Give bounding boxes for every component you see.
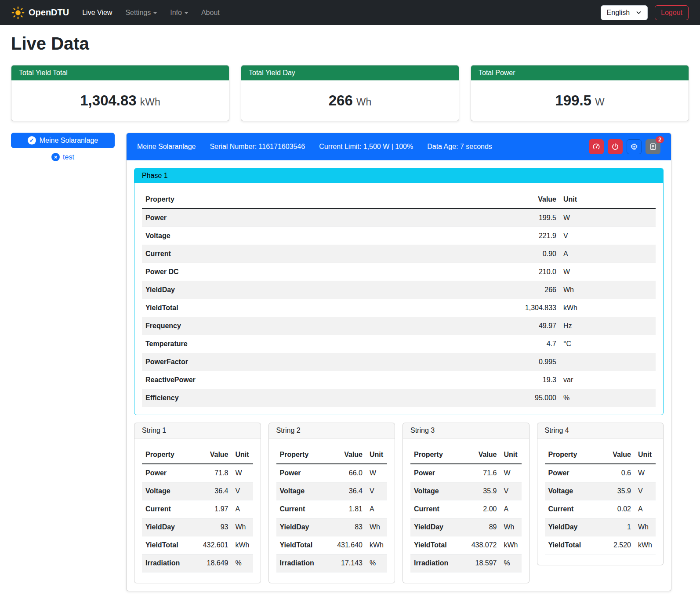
table-row: Voltage221.9V <box>142 227 656 245</box>
cpu-icon <box>630 143 638 151</box>
card-title: Total Yield Day <box>241 65 459 80</box>
table-row: Temperature4.7°C <box>142 335 656 353</box>
nav-live-view[interactable]: Live View <box>82 9 112 17</box>
value-cell: 1 <box>601 518 635 536</box>
unit-cell: kWh <box>501 536 522 554</box>
card-value: 1,304.83 <box>80 92 136 109</box>
unit-cell: V <box>501 482 522 500</box>
table-row: ReactivePower19.3var <box>142 371 656 389</box>
unit-cell: W <box>366 464 387 482</box>
journal-icon <box>649 143 657 151</box>
brand[interactable]: OpenDTU <box>11 6 69 19</box>
table-header-row: Property Value Unit <box>545 446 656 464</box>
property-cell: Power <box>142 464 199 482</box>
column-header-unit: Unit <box>635 446 656 464</box>
property-cell: Irradiation <box>142 554 199 572</box>
table-row: Voltage35.9V <box>545 482 656 500</box>
string-title: String 1 <box>134 423 261 438</box>
unit-cell: Wh <box>501 518 522 536</box>
unit-cell: Wh <box>560 281 656 299</box>
unit-cell: A <box>501 500 522 518</box>
unit-cell: % <box>501 554 522 572</box>
power-toggle-button[interactable] <box>608 139 623 154</box>
property-cell: Current <box>142 500 199 518</box>
panel-actions: 2 <box>589 139 660 154</box>
value-cell: 93 <box>199 518 232 536</box>
property-cell: YieldTotal <box>276 536 333 554</box>
table-row: Voltage36.4V <box>276 482 388 500</box>
column-header-value: Value <box>333 446 366 464</box>
table-row: Power0.6W <box>545 464 656 482</box>
value-cell: 2.520 <box>601 536 635 554</box>
value-cell: 266 <box>498 281 560 299</box>
limit-settings-button[interactable] <box>589 139 604 154</box>
unit-cell: A <box>560 245 656 263</box>
column-header-property: Property <box>545 446 602 464</box>
gauge-icon <box>592 143 600 151</box>
unit-cell: A <box>232 500 253 518</box>
nav-info[interactable]: Info <box>170 9 188 17</box>
data-age: Data Age: 7 seconds <box>427 143 492 151</box>
unit-cell: W <box>501 464 522 482</box>
card-unit: W <box>595 96 605 108</box>
unit-cell: kWh <box>232 536 253 554</box>
property-cell: YieldDay <box>142 281 498 299</box>
property-cell: Voltage <box>276 482 333 500</box>
nav-info-label: Info <box>170 9 182 17</box>
property-cell: YieldTotal <box>545 536 602 554</box>
page-title: Live Data <box>11 34 689 54</box>
property-cell: Voltage <box>142 482 199 500</box>
table-header-row: Property Value Unit <box>142 191 656 209</box>
card-title: Total Power <box>471 65 689 80</box>
unit-cell: W <box>232 464 253 482</box>
property-cell: Irradiation <box>410 554 467 572</box>
inverter-button-test[interactable]: × test <box>11 153 115 161</box>
event-log-button[interactable]: 2 <box>646 139 660 154</box>
column-header-unit: Unit <box>232 446 253 464</box>
property-cell: Voltage <box>545 482 602 500</box>
table-row: YieldDay83Wh <box>276 518 388 536</box>
string-title: String 4 <box>537 423 664 438</box>
value-cell: 71.8 <box>199 464 232 482</box>
table-header-row: Property Value Unit <box>410 446 522 464</box>
property-cell: ReactivePower <box>142 371 498 389</box>
column-header-property: Property <box>276 446 333 464</box>
caret-down-icon <box>636 10 642 15</box>
value-cell: 89 <box>467 518 501 536</box>
column-header-property: Property <box>142 191 498 209</box>
value-cell: 83 <box>333 518 366 536</box>
property-cell: Power <box>545 464 602 482</box>
column-header-value: Value <box>467 446 501 464</box>
nav-settings-label: Settings <box>125 9 151 17</box>
property-cell: Current <box>545 500 602 518</box>
value-cell: 36.4 <box>199 482 232 500</box>
value-cell: 438.072 <box>467 536 501 554</box>
inverter-list: ✓ Meine Solaranlage × test <box>11 133 115 161</box>
nav-settings[interactable]: Settings <box>125 9 157 17</box>
string-1-table: Property Value Unit Power71.8WVoltage36.… <box>142 446 253 572</box>
inverter-panel: Meine Solaranlage Serial Number: 1161716… <box>126 133 671 591</box>
property-cell: Irradiation <box>276 554 333 572</box>
table-header-row: Property Value Unit <box>276 446 388 464</box>
value-cell: 1,304.833 <box>498 299 560 317</box>
language-select[interactable]: English <box>601 5 648 20</box>
value-cell: 0.90 <box>498 245 560 263</box>
inverter-button-label: Meine Solaranlage <box>40 137 98 145</box>
strings-row: String 1 Property Value Unit <box>134 423 664 583</box>
table-row: Current2.00A <box>410 500 522 518</box>
inverter-button-active[interactable]: ✓ Meine Solaranlage <box>11 133 115 148</box>
property-cell: YieldDay <box>142 518 199 536</box>
device-info-button[interactable] <box>627 139 642 154</box>
column-header-property: Property <box>410 446 467 464</box>
value-cell: 35.9 <box>601 482 635 500</box>
property-cell: Frequency <box>142 317 498 335</box>
column-header-property: Property <box>142 446 199 464</box>
table-row: Power199.5W <box>142 209 656 227</box>
unit-cell: W <box>560 263 656 281</box>
unit-cell: W <box>560 209 656 227</box>
phase-table: Property Value Unit Power199.5WVoltage22… <box>142 191 656 407</box>
logout-button[interactable]: Logout <box>655 5 689 20</box>
x-circle-icon: × <box>51 153 60 161</box>
table-row: YieldDay266Wh <box>142 281 656 299</box>
nav-about[interactable]: About <box>201 9 220 17</box>
